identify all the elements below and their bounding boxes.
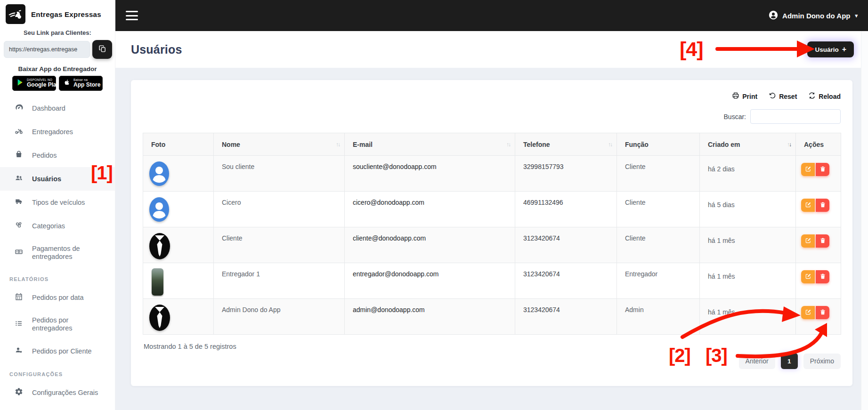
user-email-cell: cliente@donodoapp.com [345,227,515,263]
sidebar-item-categorias[interactable]: Categorias [0,214,115,238]
delete-user-button[interactable] [816,270,829,283]
print-label: Print [742,93,757,100]
plus-icon: + [842,45,846,54]
user-created-cell: há 2 dias [700,156,796,192]
calendar-icon [15,292,23,303]
list-icon [15,319,23,330]
user-avatar-cell [143,263,214,299]
edit-user-button[interactable] [801,199,815,212]
pencil-square-icon [805,309,811,317]
user-phone-cell: 3123420674 [515,299,617,335]
sidebar-item-pedidos-por-data[interactable]: Pedidos por data [0,286,115,309]
user-email-cell: soucliente@donodoapp.com [345,156,515,192]
google-play-badge[interactable]: DISPONÍVEL NO Google Play [12,76,56,91]
copy-link-button[interactable] [92,40,112,59]
sidebar-item-pedidos-por-cliente[interactable]: Pedidos por Cliente [0,339,115,363]
reload-button[interactable]: Reload [808,92,841,101]
user-name-cell: Cliente [214,227,345,263]
user-circle-icon [768,10,779,22]
avatar-person-blue [149,161,170,186]
previous-page-button[interactable]: Anterior [739,354,775,369]
chevron-down-icon: ▾ [855,13,858,19]
sidebar-item-usuarios[interactable]: Usuários [0,167,115,191]
copy-icon [98,45,106,54]
trash-icon [819,237,826,245]
brand[interactable]: Entregas Expressas [0,0,115,28]
sidebar-item-configuracoes-do-aplicativo[interactable]: Configurações do aplicativo [0,404,115,410]
hamburger-menu-button[interactable] [126,11,138,20]
client-link-label: Seu Link para Clientes: [0,29,115,36]
client-link-group [0,36,115,59]
add-user-button[interactable]: Usuário + [807,41,854,57]
client-link-input[interactable] [4,41,90,58]
next-page-button[interactable]: Próximo [803,354,841,369]
edit-user-button[interactable] [801,306,815,319]
delete-user-button[interactable] [816,306,829,319]
user-actions-cell [796,263,841,299]
sidebar-item-tipos-de-veiculos[interactable]: Tipos de veículos [0,191,115,214]
col-header-email[interactable]: E-mail↑↓ [345,133,515,156]
reset-label: Reset [779,93,797,100]
users-table: Foto Nome↑↓ E-mail↑↓ Telefone↑↓ Função C… [143,133,841,335]
delete-user-button[interactable] [816,234,829,248]
col-header-criado-em[interactable]: Criado em↑↓ [700,133,796,156]
delete-user-button[interactable] [816,199,829,212]
user-phone-cell: 3123420674 [515,263,617,299]
edit-user-button[interactable] [801,270,815,283]
sidebar-item-pagamentos-de-entregadores[interactable]: Pagamentos de entregadores [0,238,115,268]
col-header-telefone[interactable]: Telefone↑↓ [515,133,617,156]
table-row: Cicero cicero@donodoapp.com 46991132496 … [143,192,841,227]
user-avatar-cell [143,192,214,227]
app-root: Admin Dono do App ▾ Usuários Usuário + E… [0,0,868,410]
sidebar-item-pedidos-por-entregadores[interactable]: Pedidos por entregadores [0,309,115,339]
user-actions-cell [796,192,841,227]
col-header-funcao[interactable]: Função [617,133,700,156]
user-avatar-cell [143,227,214,263]
page-scrollbar[interactable] [861,31,868,410]
col-header-foto: Foto [143,133,214,156]
sidebar-item-pedidos[interactable]: Pedidos [0,144,115,167]
edit-user-button[interactable] [801,234,815,248]
reset-button[interactable]: Reset [769,92,797,101]
app-store-badge[interactable]: Baixar na App Store [59,76,103,91]
page-title: Usuários [131,43,182,56]
user-created-cell: há 1 mês [700,263,796,299]
sidebar-item-label: Pagamentos de entregadores [32,245,108,260]
store-badges: DISPONÍVEL NO Google Play Baixar na App … [0,76,115,91]
user-avatar-cell [143,156,214,192]
sidebar-item-label: Tipos de veículos [32,199,85,207]
google-badge-bottom-text: Google Play [27,82,59,88]
sidebar-item-entregadores[interactable]: Entregadores [0,120,115,144]
sidebar-section-configuracoes: CONFIGURAÇÕES [0,363,115,381]
topbar: Admin Dono do App ▾ [115,0,868,31]
search-row: Buscar: [724,109,841,124]
sidebar-item-label: Usuários [32,175,61,183]
sidebar-section-relatorios: RELATÓRIOS [0,268,115,286]
sidebar-item-label: Entregadores [32,128,73,136]
sidebar-item-dashboard[interactable]: Dashboard [0,96,115,120]
search-input[interactable] [750,109,841,124]
trash-icon [819,201,826,209]
trash-icon [819,273,826,281]
reload-label: Reload [819,93,841,100]
shapes-icon [15,221,23,231]
user-role-cell: Cliente [617,227,700,263]
sidebar-item-label: Pedidos por data [32,294,84,302]
user-menu[interactable]: Admin Dono do App ▾ [768,10,858,22]
col-header-acoes: Ações [796,133,841,156]
delete-user-button[interactable] [816,163,829,176]
table-row: Entregador 1 entregador@donodoapp.com 31… [143,263,841,299]
user-email-cell: entregador@donodoapp.com [345,263,515,299]
sort-icon: ↑↓ [336,141,340,148]
pencil-square-icon [805,166,811,174]
current-page-button[interactable]: 1 [781,353,798,369]
user-role-cell: Admin [617,299,700,335]
user-email-cell: cicero@donodoapp.com [345,192,515,227]
user-created-cell: há 1 mês [700,227,796,263]
col-header-nome[interactable]: Nome↑↓ [214,133,345,156]
sidebar-item-configuracoes-gerais[interactable]: Configurações Gerais [0,381,115,404]
table-row: Sou cliente soucliente@donodoapp.com 329… [143,156,841,192]
edit-user-button[interactable] [801,163,815,176]
user-role-cell: Cliente [617,192,700,227]
print-button[interactable]: Print [732,92,757,101]
